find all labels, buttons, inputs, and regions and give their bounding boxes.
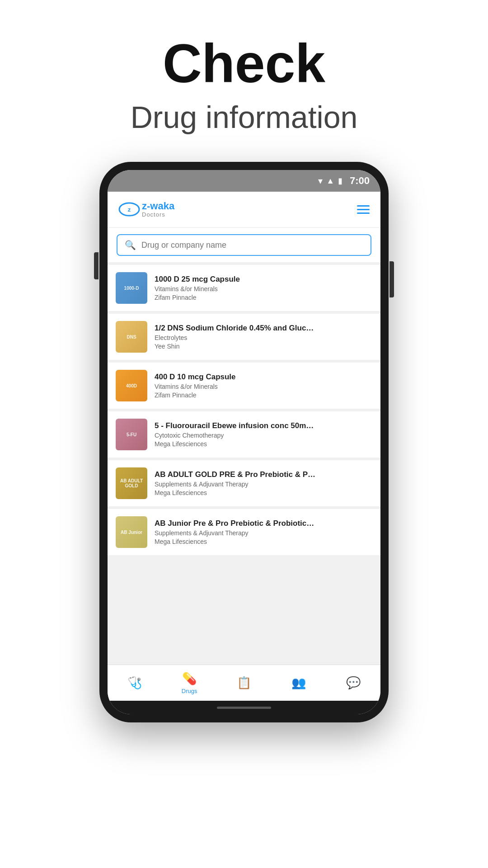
page-subtitle: Drug information	[131, 99, 358, 135]
bottom-nav: 🩺 💊 Drugs 📋 👥 💬	[108, 665, 380, 701]
nav-icon-records: 📋	[237, 676, 251, 690]
drug-img-label: 400D	[125, 382, 138, 389]
search-box[interactable]: 🔍	[117, 234, 371, 256]
phone-screen: ▾ ▲ ▮ 7:00 z z-waka Doctors	[108, 170, 380, 714]
nav-item-records[interactable]: 📋	[217, 676, 272, 690]
hamburger-line-1	[357, 205, 370, 207]
drug-info: AB Junior Pre & Pro Prebiotic & Probioti…	[155, 519, 372, 545]
nav-item-contacts[interactable]: 👥	[271, 676, 326, 690]
nav-icon-contacts: 👥	[291, 676, 306, 690]
drug-category: Supplements & Adjuvant Therapy	[155, 529, 372, 537]
drug-info: 1/2 DNS Sodium Chloride 0.45% and Glucos…	[155, 324, 372, 350]
drug-name: 5 - Fluorouracil Ebewe infusion conc 50m…	[155, 421, 317, 430]
drug-img-label: AB Junior	[120, 529, 143, 536]
drug-img-label: DNS	[126, 334, 137, 340]
menu-button[interactable]	[357, 205, 370, 214]
search-container: 🔍	[108, 228, 380, 262]
time-display: 7:00	[350, 175, 370, 187]
drug-image: AB Junior	[116, 516, 147, 548]
nav-icon-drugs: 💊	[182, 672, 197, 686]
phone-shell: ▾ ▲ ▮ 7:00 z z-waka Doctors	[99, 162, 389, 722]
nav-label-drugs: Drugs	[182, 688, 197, 694]
drug-category: Supplements & Adjuvant Therapy	[155, 481, 372, 488]
nav-item-messages[interactable]: 💬	[326, 676, 380, 690]
wifi-icon: ▾	[318, 175, 323, 186]
logo-name: z-waka	[142, 201, 174, 212]
hamburger-line-2	[357, 209, 370, 210]
svg-text:z: z	[128, 206, 131, 213]
app-logo: z z-waka Doctors	[118, 201, 174, 218]
drug-name: 1000 D 25 mcg Capsule	[155, 275, 317, 284]
drug-img-label: 1000-D	[123, 285, 140, 292]
drug-name: AB Junior Pre & Pro Prebiotic & Probioti…	[155, 519, 317, 528]
drug-image: 400D	[116, 370, 147, 401]
drug-list-item[interactable]: DNS 1/2 DNS Sodium Chloride 0.45% and Gl…	[108, 314, 380, 360]
battery-icon: ▮	[338, 176, 343, 186]
app-header: z z-waka Doctors	[108, 192, 380, 228]
page-header: Check Drug information	[131, 36, 358, 135]
drug-image: 1000-D	[116, 272, 147, 304]
drug-info: AB ADULT GOLD PRE & Pro Prebiotic & Prob…	[155, 470, 372, 496]
status-icons: ▾ ▲ ▮	[318, 175, 343, 186]
logo-svg: z	[118, 201, 140, 217]
drug-info: 400 D 10 mcg Capsule Vitamins &/or Miner…	[155, 373, 372, 399]
nav-item-home[interactable]: 🩺	[108, 676, 162, 690]
drug-img-label: AB ADULT GOLD	[116, 477, 147, 489]
drug-company: Mega Lifesciences	[155, 538, 372, 545]
home-bar	[217, 707, 271, 709]
nav-icon-home: 🩺	[127, 676, 142, 690]
drug-list-item[interactable]: AB Junior AB Junior Pre & Pro Prebiotic …	[108, 509, 380, 555]
drug-list: 1000-D 1000 D 25 mcg Capsule Vitamins &/…	[108, 262, 380, 665]
drug-category: Cytotoxic Chemotherapy	[155, 432, 372, 439]
drug-list-item[interactable]: 400D 400 D 10 mcg Capsule Vitamins &/or …	[108, 363, 380, 409]
drug-image: AB ADULT GOLD	[116, 467, 147, 499]
hamburger-line-3	[357, 212, 370, 214]
drug-name: 400 D 10 mcg Capsule	[155, 373, 317, 382]
page-title: Check	[131, 36, 358, 90]
drug-category: Vitamins &/or Minerals	[155, 383, 372, 390]
drug-category: Vitamins &/or Minerals	[155, 285, 372, 292]
nav-icon-messages: 💬	[346, 676, 361, 690]
status-bar: ▾ ▲ ▮ 7:00	[108, 170, 380, 192]
logo-sub: Doctors	[142, 212, 174, 218]
search-icon: 🔍	[125, 240, 136, 250]
search-input[interactable]	[141, 241, 363, 250]
drug-image: DNS	[116, 321, 147, 353]
drug-info: 1000 D 25 mcg Capsule Vitamins &/or Mine…	[155, 275, 372, 301]
drug-list-item[interactable]: 5-FU 5 - Fluorouracil Ebewe infusion con…	[108, 411, 380, 458]
logo-text: z-waka Doctors	[142, 201, 174, 218]
drug-list-item[interactable]: 1000-D 1000 D 25 mcg Capsule Vitamins &/…	[108, 265, 380, 311]
drug-name: AB ADULT GOLD PRE & Pro Prebiotic & Prob…	[155, 470, 317, 479]
drug-company: Yee Shin	[155, 343, 372, 350]
drug-list-item[interactable]: AB ADULT GOLD AB ADULT GOLD PRE & Pro Pr…	[108, 460, 380, 506]
drug-category: Electrolytes	[155, 334, 372, 341]
drug-company: Mega Lifesciences	[155, 440, 372, 448]
nav-item-drugs[interactable]: 💊 Drugs	[162, 672, 217, 694]
home-indicator	[108, 701, 380, 714]
drug-img-label: 5-FU	[126, 431, 137, 438]
drug-image: 5-FU	[116, 419, 147, 450]
drug-company: Zifam Pinnacle	[155, 392, 372, 399]
drug-name: 1/2 DNS Sodium Chloride 0.45% and Glucos…	[155, 324, 317, 333]
drug-company: Mega Lifesciences	[155, 489, 372, 496]
signal-icon: ▲	[326, 176, 334, 186]
drug-company: Zifam Pinnacle	[155, 294, 372, 301]
drug-info: 5 - Fluorouracil Ebewe infusion conc 50m…	[155, 421, 372, 448]
